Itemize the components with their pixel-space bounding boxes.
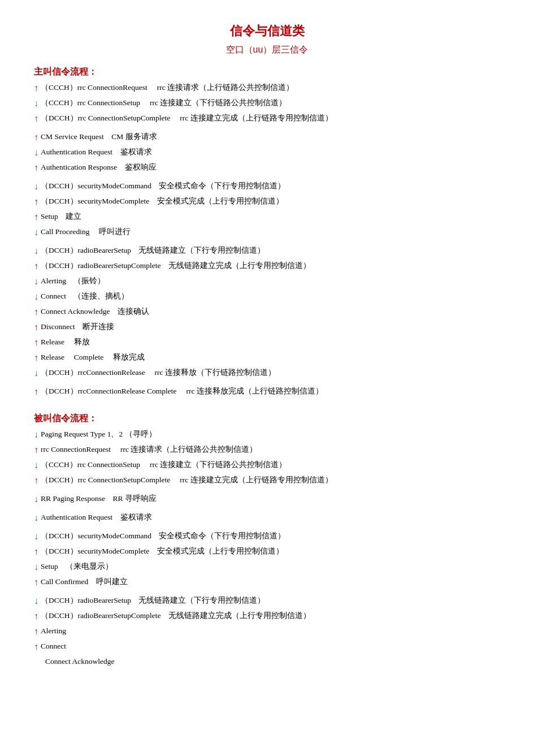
arrow-up-icon: ↑ (34, 195, 38, 209)
arrow-down-icon: ↓ (34, 493, 38, 506)
arrow-up-icon: ↑ (34, 385, 38, 399)
arrow-down-icon: ↓ (34, 275, 38, 288)
list-item: ↑ Setup 建立 (34, 210, 500, 224)
arrow-down-icon: ↓ (34, 226, 38, 239)
arrow-down-icon: ↓ (34, 428, 38, 442)
list-item: ↑ Connect (34, 640, 500, 654)
arrow-up-icon: ↑ (34, 576, 38, 589)
arrow-down-icon: ↓ (34, 530, 38, 543)
list-item: ↑ （DCCH）radioBearerSetupComplete 无线链路建立完… (34, 610, 500, 623)
arrow-down-icon: ↓ (34, 560, 38, 574)
arrow-down-icon: ↓ (34, 97, 38, 110)
arrow-up-icon: ↑ (34, 161, 38, 175)
list-item: ↓ （DCCH）securityModeCommand 安全模式命令（下行专用控… (34, 180, 500, 193)
list-item: ↑ rrc ConnectionRequest rrc 连接请求（上行链路公共控… (34, 443, 500, 457)
arrow-down-icon: ↓ (34, 594, 38, 608)
arrow-down-icon: ↓ (34, 146, 38, 159)
calling-lines: ↑ （CCCH）rrc ConnectionRequest rrc 连接请求（上… (34, 81, 500, 399)
list-item: ↓ Authentication Request 鉴权请求 (34, 146, 500, 159)
arrow-up-icon: ↑ (34, 640, 38, 654)
list-item: ↑ （DCCH）radioBearerSetupComplete 无线链路建立完… (34, 260, 500, 273)
list-item: ↑ Call Confirmed 呼叫建立 (34, 576, 500, 589)
called-lines: ↓ Paging Request Type 1、2 （寻呼） ↑ rrc Con… (34, 428, 500, 668)
list-item: ↑ CM Service Request CM 服务请求 (34, 131, 500, 144)
arrow-up-icon: ↑ (34, 443, 38, 457)
list-item: ↓ Setup （来电显示） (34, 560, 500, 574)
arrow-down-icon: ↓ (34, 180, 38, 193)
list-item: ↓ （DCCH）rrcConnectionRelease rrc 连接释放（下行… (34, 366, 500, 380)
arrow-up-icon: ↑ (34, 351, 38, 365)
list-item: ↓ （DCCH）radioBearerSetup 无线链路建立（下行专用控制信道… (34, 594, 500, 608)
list-item: ↑ （DCCH）rrc ConnectionSetupComplete rrc … (34, 474, 500, 487)
arrow-up-icon: ↑ (34, 625, 38, 638)
list-item: ↑ Release Complete 释放完成 (34, 351, 500, 365)
list-item: ↓ （DCCH）radioBearerSetup 无线链路建立（下行专用控制信道… (34, 244, 500, 258)
list-item: ↓ （CCCH）rrc ConnectionSetup rrc 连接建立（下行链… (34, 459, 500, 472)
arrow-up-icon: ↑ (34, 545, 38, 559)
list-item: ↓ （CCCH）rrc ConnectionSetup rrc 连接建立（下行链… (34, 97, 500, 110)
arrow-up-icon: ↑ (34, 131, 38, 144)
list-item: ↓ Authentication Request 鉴权请求 (34, 511, 500, 525)
arrow-down-icon: ↓ (34, 459, 38, 472)
arrow-up-icon: ↑ (34, 305, 38, 319)
list-item: ↓ RR Paging Response RR 寻呼响应 (34, 493, 500, 506)
list-item: ↓ Call Proceeding 呼叫进行 (34, 226, 500, 239)
arrow-up-icon: ↑ (34, 336, 38, 349)
list-item: Connect Acknowledge (45, 655, 500, 668)
page-title: 信令与信道类 (34, 23, 500, 40)
list-item: ↓ Connect （连接、摘机） (34, 290, 500, 304)
arrow-down-icon: ↓ (34, 290, 38, 304)
list-item: ↓ Alerting （振铃） (34, 275, 500, 288)
arrow-down-icon: ↓ (34, 511, 38, 525)
list-item: ↑ Disconnect 断开连接 (34, 321, 500, 334)
arrow-up-icon: ↑ (34, 81, 38, 95)
arrow-down-icon: ↓ (34, 366, 38, 380)
section1-title: 主叫信令流程： (34, 66, 500, 78)
arrow-up-icon: ↑ (34, 112, 38, 126)
list-item: ↑ （DCCH）rrc ConnectionSetupComplete rrc … (34, 112, 500, 126)
list-item: ↑ （DCCH）securityModeComplete 安全模式完成（上行专用… (34, 195, 500, 209)
arrow-up-icon: ↑ (34, 610, 38, 623)
list-item: ↓ Paging Request Type 1、2 （寻呼） (34, 428, 500, 442)
arrow-up-icon: ↑ (34, 260, 38, 273)
arrow-up-icon: ↑ (34, 321, 38, 334)
list-item: ↑ （DCCH）securityModeComplete 安全模式完成（上行专用… (34, 545, 500, 559)
list-item: ↑ Alerting (34, 625, 500, 638)
list-item: ↑ （DCCH）rrcConnectionRelease Complete rr… (34, 385, 500, 399)
arrow-up-icon: ↑ (34, 210, 38, 224)
section2-title: 被叫信令流程： (34, 413, 500, 425)
list-item: ↓ （DCCH）securityModeCommand 安全模式命令（下行专用控… (34, 530, 500, 543)
arrow-up-icon: ↑ (34, 474, 38, 487)
list-item: ↑ Authentication Response 鉴权响应 (34, 161, 500, 175)
list-item: ↑ Release 释放 (34, 336, 500, 349)
list-item: ↑ Connect Acknowledge 连接确认 (34, 305, 500, 319)
arrow-down-icon: ↓ (34, 244, 38, 258)
list-item: ↑ （CCCH）rrc ConnectionRequest rrc 连接请求（上… (34, 81, 500, 95)
subtitle: 空口（uu）层三信令 (34, 44, 500, 56)
